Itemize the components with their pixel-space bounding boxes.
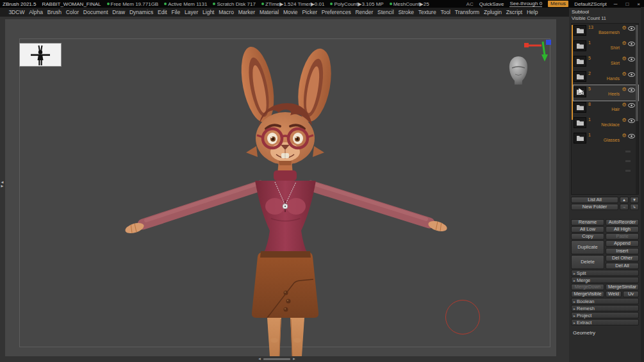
menu-item-marker[interactable]: Marker xyxy=(236,9,257,15)
eye-icon[interactable] xyxy=(627,117,635,123)
subtool-palette-title[interactable]: Subtool xyxy=(571,9,639,15)
document-canvas[interactable] xyxy=(5,19,556,356)
see-through-slider[interactable]: See-through 0 xyxy=(509,1,542,7)
list-all-button[interactable]: List All xyxy=(571,197,618,203)
menu-item-material[interactable]: Material xyxy=(258,9,281,15)
menu-item-stencil[interactable]: Stencil xyxy=(376,9,396,15)
eye-icon[interactable] xyxy=(627,40,635,46)
copy-button[interactable]: Copy xyxy=(571,233,604,240)
menu-item-alpha[interactable]: Alpha xyxy=(27,9,45,15)
eye-icon[interactable] xyxy=(627,102,635,108)
menu-item-transform[interactable]: Transform xyxy=(452,9,481,15)
scroll-left-icon[interactable]: ◄ xyxy=(258,357,261,361)
menu-item-3dcw[interactable]: 3DCW xyxy=(6,9,27,15)
geometry-palette-title[interactable]: Geometry xyxy=(571,330,639,336)
eye-icon[interactable] xyxy=(627,56,635,62)
duplicate-button[interactable]: Duplicate xyxy=(571,240,604,254)
scrollbar-handle[interactable] xyxy=(263,358,290,360)
merge-down-button[interactable]: MergeDown xyxy=(571,284,604,290)
subtool-item-basemesh[interactable]: 13Basemesh ⚙ xyxy=(574,24,638,39)
eye-icon[interactable] xyxy=(627,86,635,92)
menu-item-texture[interactable]: Texture xyxy=(416,9,438,15)
insert-button[interactable]: Insert xyxy=(606,248,639,254)
move-out-folder-icon[interactable]: ↳ xyxy=(630,204,639,210)
scroll-right-icon[interactable]: ► xyxy=(292,357,296,361)
move-to-folder-icon[interactable]: → xyxy=(620,204,629,210)
subtool-item-shirt[interactable]: 1Shirt ⚙ xyxy=(574,39,638,54)
gear-icon[interactable]: ⚙ xyxy=(621,56,627,62)
uv-button[interactable]: Uv xyxy=(623,291,639,297)
menu-item-document[interactable]: Document xyxy=(81,9,110,15)
gear-icon[interactable]: ⚙ xyxy=(621,86,627,93)
menu-item-file[interactable]: File xyxy=(169,9,182,15)
menu-item-zplugin[interactable]: Zplugin xyxy=(482,9,504,15)
merge-section-header[interactable]: ▸ Merge xyxy=(571,277,639,283)
delete-button[interactable]: Delete xyxy=(571,255,604,269)
menu-item-help[interactable]: Help xyxy=(525,9,540,15)
menu-item-render[interactable]: Render xyxy=(353,9,376,15)
menus-button[interactable]: Menus xyxy=(548,1,568,7)
subtool-item-hair[interactable]: 8Hair ⚙ xyxy=(574,101,638,116)
divider-right-icon[interactable]: ▶ xyxy=(1,184,4,188)
boolean-section-header[interactable]: ▸ Boolean xyxy=(571,298,639,304)
append-button[interactable]: Append xyxy=(606,240,639,247)
menu-item-movie[interactable]: Movie xyxy=(281,9,300,15)
subtool-down-icon[interactable]: ▼ xyxy=(630,197,639,203)
subtool-item-glasses[interactable]: 1Glasses ⚙ xyxy=(574,131,638,147)
extract-section-header[interactable]: ▸ Extract xyxy=(571,319,639,325)
split-section-header[interactable]: ▸ Split xyxy=(571,270,639,276)
minimize-icon[interactable]: ─ xyxy=(613,1,619,7)
menu-item-picker[interactable]: Picker xyxy=(300,9,319,15)
menu-item-light[interactable]: Light xyxy=(201,9,217,15)
subtool-item-heels[interactable]: 5Heels ⚙ xyxy=(574,85,638,101)
menu-item-tool[interactable]: Tool xyxy=(438,9,452,15)
subtool-item-necklace[interactable]: 1Necklace ⚙ xyxy=(574,116,638,131)
stat-meshcount: MeshCount▶25 xyxy=(390,1,429,7)
all-low-button[interactable]: All Low xyxy=(571,226,604,233)
eye-icon[interactable] xyxy=(627,25,635,31)
gear-icon[interactable]: ⚙ xyxy=(621,71,627,78)
eye-icon[interactable] xyxy=(627,133,635,138)
autoreorder-button[interactable]: AutoReorder xyxy=(606,219,639,226)
gear-icon[interactable]: ⚙ xyxy=(621,25,627,31)
subtool-scrollbar[interactable] xyxy=(636,24,638,194)
menu-item-layer[interactable]: Layer xyxy=(183,9,201,15)
gear-icon[interactable]: ⚙ xyxy=(621,117,627,124)
subtool-up-icon[interactable]: ▲ xyxy=(620,197,629,203)
section-arrow-icon: ▸ xyxy=(574,278,575,283)
menu-item-color[interactable]: Color xyxy=(63,9,81,15)
merge-visible-button[interactable]: MergeVisible xyxy=(571,291,604,297)
left-tray-divider[interactable]: ◀ ▶ xyxy=(0,180,4,188)
menu-item-preferences[interactable]: Preferences xyxy=(319,9,353,15)
all-high-button[interactable]: All High xyxy=(606,226,639,233)
del-all-button[interactable]: Del All xyxy=(606,263,639,269)
gear-icon[interactable]: ⚙ xyxy=(621,40,627,47)
menu-item-dynamics[interactable]: Dynamics xyxy=(128,9,156,15)
menu-item-brush[interactable]: Brush xyxy=(45,9,63,15)
eye-icon[interactable] xyxy=(627,71,635,77)
quicksave-button[interactable]: QuickSave xyxy=(479,1,504,7)
default-zscript-button[interactable]: DefaultZScript xyxy=(574,1,607,7)
menu-item-stroke[interactable]: Stroke xyxy=(396,9,416,15)
menu-item-draw[interactable]: Draw xyxy=(110,9,128,15)
gear-icon[interactable]: ⚙ xyxy=(621,102,627,108)
del-other-button[interactable]: Del Other xyxy=(606,255,639,261)
folder-icon xyxy=(574,40,586,51)
paste-button[interactable]: Paste xyxy=(606,233,639,240)
remesh-section-header[interactable]: ▸ Remesh xyxy=(571,305,639,311)
subtool-item-hands[interactable]: 2Hands ⚙ xyxy=(574,70,638,85)
tray-scrollbar[interactable] xyxy=(641,7,644,362)
subtool-item-skirt[interactable]: 5Skirt ⚙ xyxy=(574,54,638,70)
menu-item-macro[interactable]: Macro xyxy=(217,9,236,15)
maximize-icon[interactable]: □ xyxy=(624,1,630,7)
close-icon[interactable]: × xyxy=(636,1,641,7)
menu-item-edit[interactable]: Edit xyxy=(156,9,169,15)
menu-item-zscript[interactable]: Zscript xyxy=(504,9,524,15)
project-section-header[interactable]: ▸ Project xyxy=(571,312,639,318)
gear-icon[interactable]: ⚙ xyxy=(621,133,627,139)
rename-button[interactable]: Rename xyxy=(571,219,604,226)
weld-button[interactable]: Weld xyxy=(606,291,622,297)
new-folder-button[interactable]: New Folder xyxy=(571,204,618,210)
canvas-horizontal-scrollbar[interactable]: ◄ ► xyxy=(258,357,296,361)
merge-similar-button[interactable]: MergeSimilar xyxy=(606,284,639,290)
